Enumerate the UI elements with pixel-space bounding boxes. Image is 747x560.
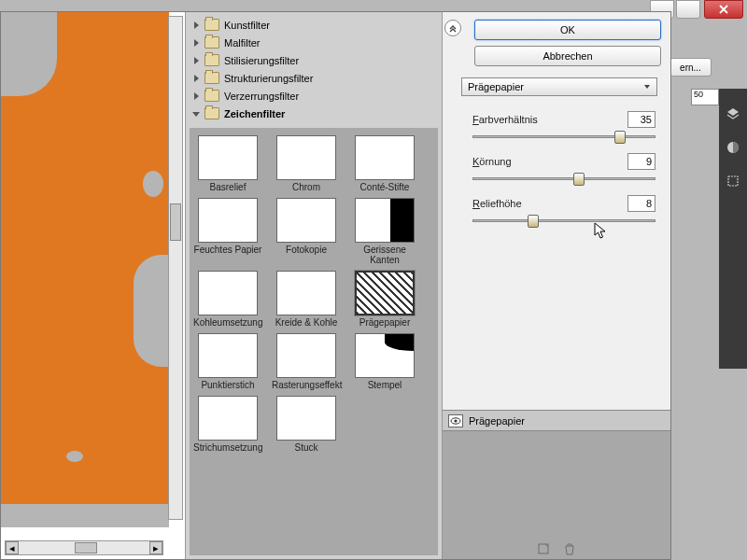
slider-label: Farbverhältnis [472,114,538,125]
crop-icon[interactable] [725,173,741,189]
category-list: KunstfilterMalfilterStilisierungsfilterS… [186,12,442,126]
filter-thumb-basrelief[interactable]: Basrelief [193,135,262,192]
disclosure-triangle-icon [191,109,201,119]
filter-thumb-fotokopie[interactable]: Fotokopie [272,198,341,265]
category-label: Kunstfilter [224,20,270,31]
thumb-image [198,198,258,243]
thumb-image [276,333,336,378]
folder-icon [204,107,219,119]
thumb-image [198,396,258,441]
slider-arbverhältnis: Farbverhältnis [472,111,663,138]
thumb-label: Chrom [272,182,341,192]
filter-thumb-chrom[interactable]: Chrom [272,135,341,192]
disclosure-triangle-icon [191,21,201,30]
slider-track[interactable] [472,177,655,180]
filter-thumb-cont-stifte[interactable]: Conté-Stifte [350,135,419,192]
svg-rect-1 [728,176,738,186]
thumb-image [355,198,415,243]
disclosure-triangle-icon [191,74,201,83]
thumb-label: Rasterungseffekt [272,380,341,390]
disclosure-triangle-icon [191,56,201,65]
filter-thumb-feuchtes-papier[interactable]: Feuchtes Papier [193,198,262,265]
folder-icon [204,36,219,49]
side-dock [719,89,747,369]
slider-örnung: Körnung [472,153,663,180]
slider-thumb[interactable] [614,131,626,144]
cancel-button[interactable]: Abbrechen [474,46,661,66]
folder-icon [204,54,219,66]
thumb-label: Prägepapier [350,317,419,328]
category-kunstfilter[interactable]: Kunstfilter [190,16,438,34]
slider-value-input[interactable] [627,111,655,128]
filter-thumb-pr-gepapier[interactable]: Prägepapier [350,271,419,328]
category-label: Verzerrungsfilter [224,91,299,102]
category-label: Stilisierungsfilter [224,55,299,66]
thumb-label: Kreide & Kohle [272,317,341,328]
thumb-image [198,333,258,378]
category-verzerrungsfilter[interactable]: Verzerrungsfilter [190,87,438,105]
filter-thumb-kreide-kohle[interactable]: Kreide & Kohle [272,271,341,328]
visibility-icon[interactable] [448,414,463,427]
thumb-image [276,198,336,243]
preview-scrollbar-horizontal[interactable]: ◂ ▸ [5,540,163,555]
slider-value-input[interactable] [627,195,655,212]
filter-dropdown[interactable]: Prägepapier [461,77,657,96]
filter-thumb-punktierstich[interactable]: Punktierstich [193,333,262,390]
category-label: Malfilter [224,37,261,49]
adjustments-icon[interactable] [725,139,741,156]
preview-image [1,12,169,527]
thumb-label: Strichumsetzung [193,442,262,453]
chevron-down-icon [643,81,651,92]
dropdown-value: Prägepapier [468,81,524,92]
collapse-button[interactable] [444,20,461,36]
filter-gallery-dialog: ◂ ▸ KunstfilterMalfilterStilisierungsfil… [0,11,671,560]
folder-icon [204,19,219,31]
filter-thumb-gerissene-kanten[interactable]: Gerissene Kanten [350,198,419,265]
new-layer-icon[interactable] [537,542,550,555]
slider-thumb[interactable] [573,173,585,186]
thumb-label: Kohleumsetzung [193,317,262,328]
category-label: Zeichenfilter [224,108,285,119]
thumb-image [355,333,415,378]
category-zeichenfilter[interactable]: Zeichenfilter [190,105,438,122]
scroll-right-arrow[interactable]: ▸ [149,541,162,554]
thumb-label: Feuchtes Papier [193,245,262,255]
thumb-image [198,135,258,180]
effect-layer-row[interactable]: Prägepapier [443,411,670,431]
thumb-image [276,396,336,441]
filter-thumb-kohleumsetzung[interactable]: Kohleumsetzung [193,271,262,328]
thumb-label: Fotokopie [272,245,341,255]
filter-thumb-stempel[interactable]: Stempel [350,333,419,390]
filter-thumb-stuck[interactable]: Stuck [272,396,341,453]
filter-thumb-rasterungseffekt[interactable]: Rasterungseffekt [272,333,341,390]
preview-scrollbar-vertical[interactable] [168,16,183,520]
filter-thumb-strichumsetzung[interactable]: Strichumsetzung [193,396,262,453]
slider-label: Reliefhöhe [472,198,522,209]
maximize-button[interactable] [676,0,700,19]
thumb-label: Conté-Stifte [350,182,419,192]
thumb-label: Punktierstich [193,380,262,390]
slider-track[interactable] [472,135,655,138]
ok-button[interactable]: OK [474,20,661,40]
thumb-image [276,135,336,180]
trash-icon[interactable] [563,542,576,555]
layers-icon[interactable] [725,105,741,122]
disclosure-triangle-icon [191,91,201,101]
thumb-label: Basrelief [193,182,262,192]
folder-icon [204,72,219,84]
ern-button[interactable]: ern... [669,58,712,77]
thumb-image [355,135,415,180]
slider-label: Körnung [472,156,512,167]
thumb-image [355,271,415,315]
category-malfilter[interactable]: Malfilter [190,34,438,51]
category-stilisierungsfilter[interactable]: Stilisierungsfilter [190,51,438,69]
ruler-mark: 50 [691,89,719,105]
slider-thumb[interactable] [528,215,539,228]
thumb-label: Stempel [350,380,419,390]
thumbnail-grid: BasreliefChromConté-StifteFeuchtes Papie… [190,128,438,555]
close-button[interactable] [704,0,743,19]
scroll-left-arrow[interactable]: ◂ [6,541,19,554]
category-strukturierungsfilter[interactable]: Strukturierungsfilter [190,69,438,87]
slider-track[interactable] [472,219,655,222]
slider-value-input[interactable] [627,153,655,170]
